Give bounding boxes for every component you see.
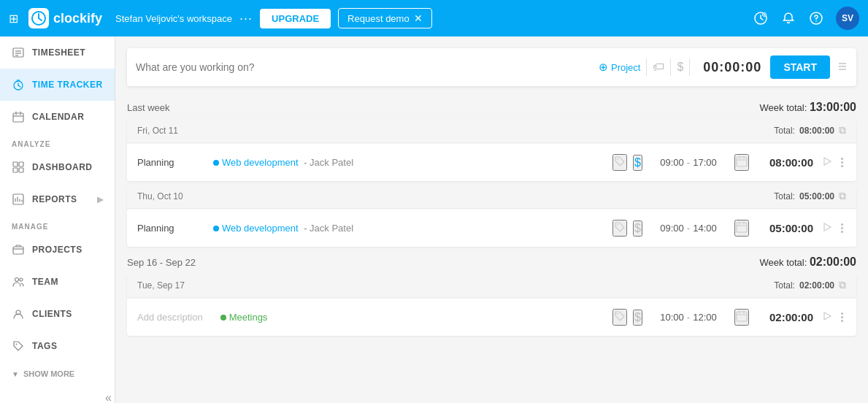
clients-label: CLIENTS: [32, 309, 72, 319]
main-layout: TIMESHEET TIME TRACKER CALENDAR ANALYZE …: [0, 37, 868, 403]
svg-rect-18: [13, 168, 18, 172]
chevron-down-icon: ▼: [12, 370, 19, 378]
workspace-name: Stefan Veljovic's workspace: [115, 13, 232, 24]
play-button[interactable]: [822, 311, 832, 324]
svg-marker-50: [824, 312, 831, 320]
svg-rect-40: [737, 223, 747, 232]
divider: [646, 58, 647, 76]
entry-calendar-button[interactable]: [734, 309, 749, 326]
list-view-button[interactable]: [837, 61, 848, 74]
show-more-label: SHOW MORE: [23, 369, 74, 378]
tag-button[interactable]: 🏷: [653, 61, 664, 74]
day-header-fri-oct11: Fri, Oct 11 Total: 08:00:00 ⧉: [127, 118, 856, 143]
svg-rect-25: [13, 247, 23, 254]
play-button[interactable]: [822, 156, 832, 169]
sidebar-item-clients[interactable]: CLIENTS: [0, 298, 115, 330]
entry-tag-button[interactable]: [612, 309, 627, 326]
project-link[interactable]: Web development: [222, 223, 299, 234]
entry-time-range: 09:00 - 17:00: [648, 157, 729, 168]
entry-description: Planning: [137, 223, 196, 234]
sidebar-item-calendar[interactable]: CALENDAR: [0, 101, 115, 133]
entry-billable-button[interactable]: $: [633, 155, 642, 171]
sidebar-item-projects[interactable]: PROJECTS: [0, 234, 115, 266]
sidebar-item-timesheet[interactable]: TIMESHEET: [0, 37, 115, 69]
project-link[interactable]: Web development: [222, 157, 299, 168]
analyze-section-label: ANALYZE: [0, 133, 115, 151]
week-last-week: Last week Week total: 13:00:00 Fri, Oct …: [127, 95, 856, 247]
play-button[interactable]: [822, 222, 832, 235]
more-options-button[interactable]: [838, 220, 846, 236]
week-header-sep16: Sep 16 - Sep 22 Week total: 02:00:00: [127, 250, 856, 273]
day-group-thu-oct10: Thu, Oct 10 Total: 05:00:00 ⧉ Planning W…: [127, 184, 856, 247]
more-dot: [841, 165, 843, 167]
timesheet-icon: [12, 46, 25, 59]
sidebar-item-team[interactable]: TEAM: [0, 266, 115, 298]
sidebar-item-time-tracker[interactable]: TIME TRACKER: [0, 69, 115, 101]
chevron-right-icon: ▶: [97, 195, 104, 204]
svg-point-29: [16, 344, 18, 345]
sidebar-item-tags[interactable]: TAGS: [0, 330, 115, 362]
team-label: TEAM: [32, 277, 58, 287]
more-dot: [841, 316, 843, 318]
svg-point-33: [617, 158, 618, 160]
copy-icon-thu[interactable]: ⧉: [839, 190, 846, 202]
svg-rect-46: [737, 312, 747, 321]
entry-tag-button[interactable]: [612, 220, 627, 237]
close-icon[interactable]: ✕: [414, 12, 423, 24]
entry-billable-button[interactable]: $: [633, 220, 642, 237]
svg-line-2: [39, 18, 42, 20]
week-label-sep16: Sep 16 - Sep 22: [127, 257, 196, 268]
logo: clockify: [28, 8, 102, 28]
copy-icon-fri[interactable]: ⧉: [839, 124, 846, 137]
sidebar-item-dashboard[interactable]: DASHBOARD: [0, 151, 115, 183]
entry-project: Web development - Jack Patel: [213, 223, 607, 234]
sidebar-item-reports[interactable]: REPORTS ▶: [0, 183, 115, 215]
entry-billable-button[interactable]: $: [633, 310, 642, 326]
divider3: [689, 58, 690, 76]
start-button[interactable]: START: [770, 55, 830, 79]
clients-icon: [12, 307, 25, 321]
entry-calendar-button[interactable]: [734, 154, 749, 171]
time-entry-bar: ⊕ Project 🏷 $ 00:00:00 START: [127, 48, 856, 86]
grid-icon[interactable]: ⊞: [9, 12, 18, 26]
billable-button[interactable]: $: [677, 61, 683, 74]
week-sep16-sep22: Sep 16 - Sep 22 Week total: 02:00:00 Tue…: [127, 250, 856, 336]
more-options-button[interactable]: [838, 155, 846, 170]
calendar-icon: [12, 110, 25, 123]
project-dot: [213, 160, 219, 166]
request-demo-button[interactable]: Request demo ✕: [338, 8, 432, 28]
collapse-sidebar-button[interactable]: «: [105, 391, 112, 403]
week-header-last-week: Last week Week total: 13:00:00: [127, 95, 856, 118]
help-icon[interactable]: [808, 10, 824, 26]
entry-time-range: 09:00 - 14:00: [648, 223, 729, 234]
entry-tag-button[interactable]: [612, 154, 627, 171]
project-link[interactable]: Meetings: [229, 312, 268, 323]
add-project-button[interactable]: ⊕ Project: [599, 61, 640, 74]
more-dot: [841, 312, 843, 315]
team-icon: [12, 275, 25, 288]
workspace-dots-button[interactable]: ···: [239, 11, 253, 26]
upgrade-button[interactable]: UPGRADE: [260, 9, 331, 28]
entry-calendar-button[interactable]: [734, 220, 749, 237]
sidebar: TIMESHEET TIME TRACKER CALENDAR ANALYZE …: [0, 37, 115, 403]
time-entry-input[interactable]: [136, 61, 593, 73]
copy-icon-tue[interactable]: ⧉: [839, 279, 846, 291]
avatar[interactable]: SV: [836, 7, 859, 30]
divider2: [670, 58, 671, 76]
week-total-last-week: Week total: 13:00:00: [760, 101, 856, 114]
main-content: ⊕ Project 🏷 $ 00:00:00 START Last week W…: [115, 37, 868, 403]
integrations-icon[interactable]: [753, 10, 769, 26]
tags-label: TAGS: [32, 341, 57, 351]
manage-section-label: MANAGE: [0, 215, 115, 234]
projects-label: PROJECTS: [32, 245, 82, 255]
bell-icon[interactable]: [780, 10, 796, 26]
projects-icon: [12, 243, 25, 256]
more-dot: [841, 231, 843, 233]
time-tracker-icon: [12, 78, 25, 91]
svg-marker-44: [824, 223, 831, 231]
table-row: Planning Web development - Jack Patel $ …: [127, 209, 856, 247]
more-options-button[interactable]: [838, 310, 846, 325]
more-dot: [841, 320, 843, 322]
svg-marker-38: [824, 158, 831, 165]
show-more-button[interactable]: ▼ SHOW MORE: [0, 362, 115, 385]
